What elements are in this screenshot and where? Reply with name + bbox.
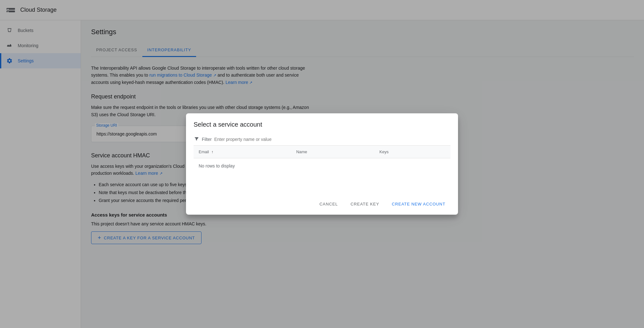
select-service-account-dialog: Select a service account Filter Ema <box>186 113 458 215</box>
dialog-footer: CANCEL CREATE KEY CREATE NEW ACCOUNT <box>186 193 458 215</box>
filter-input[interactable] <box>214 137 450 142</box>
dialog-body: Filter Email ↑ Name Keys <box>186 133 458 193</box>
service-accounts-table: Email ↑ Name Keys No rows to display <box>194 146 450 173</box>
filter-label: Filter <box>202 137 212 142</box>
col-name: Name <box>291 146 374 158</box>
sort-arrow-icon: ↑ <box>211 150 213 154</box>
no-rows-message: No rows to display <box>194 158 450 174</box>
table-header-row: Email ↑ Name Keys <box>194 146 450 158</box>
col-email[interactable]: Email ↑ <box>194 146 291 158</box>
create-new-account-button[interactable]: CREATE NEW ACCOUNT <box>387 199 450 210</box>
create-key-dialog-button[interactable]: CREATE KEY <box>345 199 384 210</box>
table-empty-row: No rows to display <box>194 158 450 174</box>
dialog-title: Select a service account <box>194 121 450 128</box>
dialog-header: Select a service account <box>186 113 458 133</box>
col-keys: Keys <box>375 146 450 158</box>
filter-icon <box>194 136 199 143</box>
filter-bar: Filter <box>194 133 450 146</box>
cancel-button[interactable]: CANCEL <box>314 199 343 210</box>
modal-overlay[interactable]: Select a service account Filter Ema <box>0 0 644 328</box>
